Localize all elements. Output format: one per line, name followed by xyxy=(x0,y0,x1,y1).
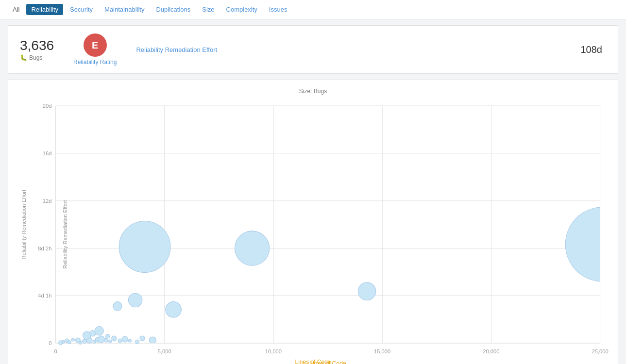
bubble-dot-19[interactable] xyxy=(128,339,131,342)
bubble-dot-21[interactable] xyxy=(140,336,145,341)
bubble-small-right[interactable] xyxy=(358,282,376,300)
bubble-dot-18[interactable] xyxy=(122,336,128,342)
svg-text:20d: 20d xyxy=(43,103,52,109)
bubble-dot-13[interactable] xyxy=(83,331,91,339)
nav-item-security[interactable]: Security xyxy=(65,4,98,15)
bubble-large-middle[interactable] xyxy=(119,221,170,272)
effort-value-block: 108d xyxy=(581,44,607,55)
bubble-large-topright[interactable] xyxy=(565,207,610,281)
svg-text:12d: 12d xyxy=(43,198,52,204)
bubble-dot-5[interactable] xyxy=(83,339,86,343)
rating-label: Reliability Rating xyxy=(73,59,117,66)
rating-circle: E xyxy=(84,33,107,57)
svg-text:20,000: 20,000 xyxy=(483,348,499,354)
bugs-metric: 3,636 🐛 Bugs xyxy=(20,38,54,61)
bubble-small-mid[interactable] xyxy=(128,293,142,307)
chart-area: 0 4d 1h 8d 2h 12d 16d 20d 0 5,000 10,000… xyxy=(16,99,610,364)
bubble-dot-17[interactable] xyxy=(118,339,122,343)
bubble-dot-22[interactable] xyxy=(105,334,109,338)
bubble-dot-24[interactable] xyxy=(59,341,63,345)
chart-title: Size: Bugs xyxy=(16,88,610,95)
svg-text:0: 0 xyxy=(54,348,57,354)
chart-container: Size: Bugs 0 xyxy=(8,80,618,364)
svg-text:Reliability Remediation Effort: Reliability Remediation Effort xyxy=(21,189,27,260)
x-axis-label: Lines of Code xyxy=(295,359,331,364)
svg-text:10,000: 10,000 xyxy=(265,348,282,354)
bugs-label: 🐛 Bugs xyxy=(20,54,42,61)
y-axis-label: Reliability Remediation Effort xyxy=(62,200,68,268)
bubble-dot-12[interactable] xyxy=(112,336,117,341)
effort-section: Reliability Remediation Effort xyxy=(136,46,561,53)
nav-item-size[interactable]: Size xyxy=(197,4,219,15)
bubble-dot-20[interactable] xyxy=(135,340,139,344)
effort-title: Reliability Remediation Effort xyxy=(136,46,217,53)
bug-icon: 🐛 xyxy=(20,54,27,61)
bubble-tiny-1[interactable] xyxy=(113,302,122,311)
bubble-tiny-2[interactable] xyxy=(149,337,156,344)
svg-text:0: 0 xyxy=(49,340,51,346)
svg-text:4d 1h: 4d 1h xyxy=(38,293,51,298)
nav-item-issues[interactable]: Issues xyxy=(264,4,292,15)
effort-value: 108d xyxy=(581,44,607,55)
nav-item-duplications[interactable]: Duplications xyxy=(151,4,195,15)
svg-text:25,000: 25,000 xyxy=(592,348,608,354)
summary-card: 3,636 🐛 Bugs E Reliability Rating Reliab… xyxy=(8,25,618,74)
nav-item-all[interactable]: All xyxy=(8,4,24,15)
svg-text:15,000: 15,000 xyxy=(374,348,390,354)
bubble-dot-3[interactable] xyxy=(71,338,74,341)
bubble-dot-10[interactable] xyxy=(104,338,108,342)
reliability-rating-block: E Reliability Rating xyxy=(73,33,117,66)
svg-text:16d: 16d xyxy=(43,150,52,156)
scatter-chart: 0 4d 1h 8d 2h 12d 16d 20d 0 5,000 10,000… xyxy=(16,99,610,364)
bubble-dot-15[interactable] xyxy=(95,327,103,335)
svg-text:5,000: 5,000 xyxy=(158,348,171,354)
bubble-dot-16[interactable] xyxy=(68,341,71,344)
nav-item-reliability[interactable]: Reliability xyxy=(26,4,63,15)
bubble-dot-9[interactable] xyxy=(98,336,104,343)
bubble-medium-center[interactable] xyxy=(235,231,269,265)
bugs-count: 3,636 xyxy=(20,38,54,53)
nav-item-maintainability[interactable]: Maintainability xyxy=(100,4,149,15)
nav-item-complexity[interactable]: Complexity xyxy=(221,4,262,15)
nav-bar: All Reliability Security Maintainability… xyxy=(0,0,626,19)
svg-text:8d 2h: 8d 2h xyxy=(38,246,51,251)
bubble-medium-bot[interactable] xyxy=(166,302,182,318)
bubble-dot-11[interactable] xyxy=(109,340,112,343)
bubble-dot-23[interactable] xyxy=(79,341,82,344)
